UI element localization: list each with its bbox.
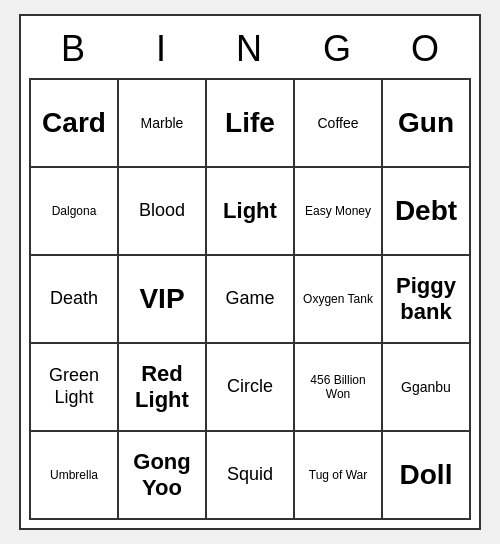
bingo-cell-3: Coffee	[295, 80, 383, 168]
header-letter-n: N	[205, 24, 293, 78]
bingo-cell-4: Gun	[383, 80, 471, 168]
bingo-cell-21: Gong Yoo	[119, 432, 207, 520]
cell-text-12: Game	[225, 288, 274, 310]
cell-text-23: Tug of War	[309, 468, 367, 482]
cell-text-7: Light	[223, 198, 277, 224]
cell-text-19: Gganbu	[401, 379, 451, 396]
cell-text-17: Circle	[227, 376, 273, 398]
header-letter-i: I	[117, 24, 205, 78]
bingo-cell-18: 456 Billion Won	[295, 344, 383, 432]
header-letter-o: O	[381, 24, 469, 78]
bingo-cell-22: Squid	[207, 432, 295, 520]
bingo-grid: CardMarbleLifeCoffeeGunDalgonaBloodLight…	[29, 78, 471, 520]
bingo-cell-0: Card	[31, 80, 119, 168]
cell-text-1: Marble	[141, 115, 184, 132]
cell-text-15: Green Light	[35, 365, 113, 408]
cell-text-8: Easy Money	[305, 204, 371, 218]
cell-text-11: VIP	[139, 282, 184, 316]
cell-text-21: Gong Yoo	[123, 449, 201, 502]
bingo-cell-15: Green Light	[31, 344, 119, 432]
bingo-cell-13: Oxygen Tank	[295, 256, 383, 344]
bingo-header: BINGO	[29, 24, 471, 78]
bingo-cell-10: Death	[31, 256, 119, 344]
header-letter-g: G	[293, 24, 381, 78]
header-letter-b: B	[29, 24, 117, 78]
bingo-card: BINGO CardMarbleLifeCoffeeGunDalgonaBloo…	[19, 14, 481, 530]
cell-text-10: Death	[50, 288, 98, 310]
bingo-cell-8: Easy Money	[295, 168, 383, 256]
bingo-cell-24: Doll	[383, 432, 471, 520]
cell-text-2: Life	[225, 106, 275, 140]
cell-text-16: Red Light	[123, 361, 201, 414]
bingo-cell-7: Light	[207, 168, 295, 256]
cell-text-6: Blood	[139, 200, 185, 222]
bingo-cell-19: Gganbu	[383, 344, 471, 432]
bingo-cell-17: Circle	[207, 344, 295, 432]
cell-text-18: 456 Billion Won	[299, 373, 377, 402]
cell-text-24: Doll	[400, 458, 453, 492]
bingo-cell-5: Dalgona	[31, 168, 119, 256]
cell-text-3: Coffee	[318, 115, 359, 132]
cell-text-14: Piggy bank	[387, 273, 465, 326]
cell-text-20: Umbrella	[50, 468, 98, 482]
bingo-cell-2: Life	[207, 80, 295, 168]
bingo-cell-16: Red Light	[119, 344, 207, 432]
bingo-cell-14: Piggy bank	[383, 256, 471, 344]
cell-text-13: Oxygen Tank	[303, 292, 373, 306]
bingo-cell-20: Umbrella	[31, 432, 119, 520]
bingo-cell-12: Game	[207, 256, 295, 344]
cell-text-22: Squid	[227, 464, 273, 486]
cell-text-5: Dalgona	[52, 204, 97, 218]
bingo-cell-23: Tug of War	[295, 432, 383, 520]
cell-text-9: Debt	[395, 194, 457, 228]
bingo-cell-9: Debt	[383, 168, 471, 256]
bingo-cell-11: VIP	[119, 256, 207, 344]
cell-text-0: Card	[42, 106, 106, 140]
bingo-cell-6: Blood	[119, 168, 207, 256]
bingo-cell-1: Marble	[119, 80, 207, 168]
cell-text-4: Gun	[398, 106, 454, 140]
